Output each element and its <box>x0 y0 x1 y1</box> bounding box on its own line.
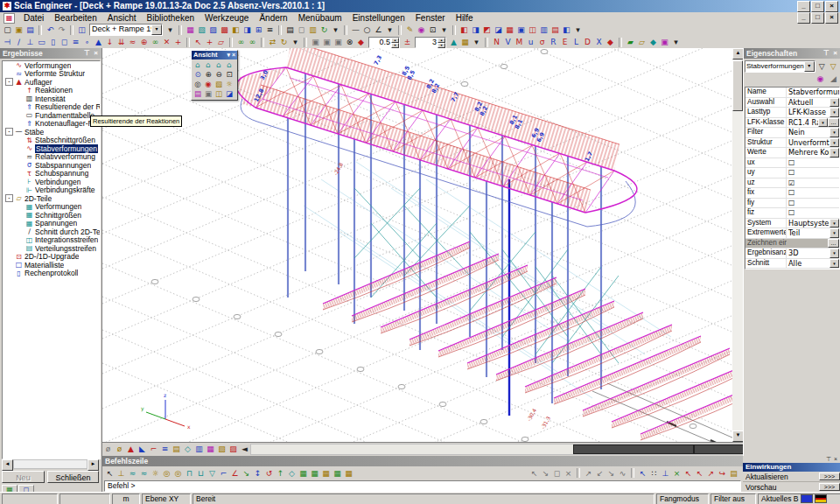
new-project-icon[interactable]: ▢ <box>2 24 13 35</box>
view-axonometric-icon[interactable]: ⌂ <box>192 60 203 70</box>
expand-toggle-icon[interactable]: - <box>5 128 13 136</box>
regenerate-icon[interactable]: ↻ <box>318 24 330 35</box>
property-row[interactable]: fix ☐ <box>746 188 839 199</box>
dropdown-arrow-icon[interactable]: ▾ <box>830 219 839 228</box>
property-row[interactable]: Schnitt Alle ▾ <box>746 259 839 270</box>
action-run-button[interactable]: >>> <box>819 472 840 480</box>
menu-item[interactable]: Menübaum <box>293 12 347 24</box>
select-inverse-icon[interactable]: ↙ <box>594 468 606 479</box>
view-y-direction-icon[interactable]: ⌂ <box>214 60 224 70</box>
tree-item[interactable]: ◫ Integrationsstreifen <box>3 236 100 245</box>
supports-display-icon[interactable]: ▲ <box>125 444 136 454</box>
more-dropdown-icon[interactable]: ▾ <box>290 37 301 47</box>
render-settings-icon[interactable]: ◪ <box>224 89 234 99</box>
dropdown-arrow-icon[interactable]: ▾ <box>830 228 839 238</box>
open-project-icon[interactable]: ▣ <box>13 24 24 35</box>
loads-display-icon[interactable]: ◣ <box>136 444 148 454</box>
deformation-scale-icon[interactable]: ± <box>402 37 413 47</box>
cross-link-icon[interactable]: ∞ <box>150 37 161 47</box>
save-icon[interactable]: ▤ <box>24 24 36 35</box>
walk-through-icon[interactable]: ⊙ <box>192 70 203 80</box>
menu-item[interactable]: Fenster <box>410 12 451 24</box>
tree-item[interactable]: ▯ Rechenprotokoll <box>3 270 100 278</box>
property-row[interactable]: uy ☐ <box>746 168 839 178</box>
snap-intersection-icon[interactable]: × <box>671 468 682 479</box>
profile-command-icon[interactable]: ⊓ <box>184 468 195 479</box>
activity-display-icon[interactable]: ▨ <box>228 444 239 454</box>
tree-item[interactable]: ≂ Relativverformung <box>3 153 100 162</box>
menu-item[interactable]: Hilfe <box>451 12 479 24</box>
circle-command-icon[interactable]: ◎ <box>161 468 172 479</box>
property-set-combobox[interactable]: Stabverformungen ▾ <box>745 60 816 73</box>
support-icon[interactable]: ▲ <box>93 37 104 47</box>
zoom-window-icon[interactable]: ⊡ <box>224 70 234 80</box>
tree-item[interactable]: ▤ Verteilungsstreifen <box>3 244 100 253</box>
scroll-left-icon[interactable]: ◄ <box>2 459 13 471</box>
results-extremes-icon[interactable]: X <box>593 37 605 47</box>
close-icon[interactable]: × <box>831 48 839 59</box>
property-row[interactable]: Werte Mehrere Komponenten ▾ <box>746 148 839 158</box>
deformation-scale-stepper[interactable]: 0.5 ▴▾ <box>368 37 400 48</box>
model-viewport[interactable]: 3,012,87,38,58,58,28,27,78,28,28,18,16,9… <box>102 48 732 442</box>
close-button[interactable]: × <box>825 1 838 12</box>
more-dropdown-icon[interactable]: ▾ <box>330 24 341 35</box>
tree-item[interactable]: σ Stabspannungen <box>3 161 100 170</box>
zoom-all-icon[interactable]: ◎ <box>192 80 203 89</box>
view-x-direction-icon[interactable]: ⌂ <box>203 60 214 70</box>
dropdown-arrow-icon[interactable]: ▾ <box>830 259 839 269</box>
property-row[interactable]: fiz ☐ <box>746 208 839 219</box>
command-input[interactable]: Befehl > <box>104 480 741 492</box>
3d-model-canvas[interactable]: 3,012,87,38,58,58,28,27,78,28,28,18,16,9… <box>102 48 732 442</box>
command-panel-header[interactable]: Befehlszeile <box>102 456 743 466</box>
delete-icon[interactable]: ✕ <box>161 37 172 47</box>
property-value[interactable]: Hauptsystem <box>787 219 830 228</box>
doc-restore-button[interactable]: □ <box>811 12 824 24</box>
diamond-command-icon[interactable]: ◇ <box>286 468 298 479</box>
edit-icon[interactable]: ✎ <box>404 24 416 35</box>
zoom-selection-icon[interactable]: ◉ <box>203 80 214 89</box>
tree-item[interactable]: ▭ Fundamenttabelle <box>3 111 100 120</box>
scrollbar-thumb[interactable] <box>732 60 743 111</box>
view-z-direction-icon[interactable]: ⌂ <box>224 60 234 70</box>
circle-tool-icon[interactable]: ○ <box>361 24 373 35</box>
dropdown-arrow-icon[interactable]: ▾ <box>830 98 839 108</box>
property-row[interactable]: fiy ☐ <box>746 199 839 209</box>
property-value[interactable]: Stabverformungen <box>787 88 839 97</box>
ellipsis-button[interactable]: ... <box>828 239 839 248</box>
tree-item[interactable]: - ▲ Auflager <box>3 78 100 87</box>
snap-endpoint-icon[interactable]: ↖ <box>682 468 694 479</box>
view-settings-icon[interactable]: ◫ <box>214 89 224 99</box>
menu-item[interactable]: Bearbeiten <box>49 12 102 24</box>
snap-center-icon[interactable]: ↗ <box>705 468 717 479</box>
property-value[interactable]: Mehrere Komponenten <box>787 148 830 158</box>
wireframe-toggle-icon[interactable]: ø <box>102 444 114 454</box>
moment-load-icon[interactable]: ⊕ <box>138 37 150 47</box>
dropdown-arrow-icon[interactable]: ▾ <box>830 248 839 258</box>
status-work-plane[interactable]: Ebene XY <box>142 494 191 504</box>
print-preview-icon[interactable]: ◻ <box>296 24 307 35</box>
clipboard-icon[interactable]: ⊡ <box>427 24 438 35</box>
scroll-left-icon[interactable]: ◄ <box>239 444 250 454</box>
preview-icon[interactable]: ◢ <box>828 74 839 84</box>
snap-cursor-icon[interactable]: ↖ <box>637 468 648 479</box>
property-value[interactable]: ☐ <box>787 158 839 168</box>
table-summary-icon[interactable]: ▦ <box>343 468 354 479</box>
scrollbar-thumb[interactable] <box>573 444 694 454</box>
tree-item[interactable]: ⇑ Knotenauflager-Result <box>3 120 100 129</box>
close-icon[interactable]: × <box>834 456 837 463</box>
surface-load-command-icon[interactable]: ≈ <box>138 468 150 479</box>
redo-icon[interactable]: ↷ <box>56 24 67 35</box>
menu-item[interactable]: Bibliotheken <box>142 12 200 24</box>
pin-icon[interactable]: ⊤ <box>826 456 831 463</box>
doc-minimize-button[interactable]: _ <box>797 12 810 24</box>
chevron-down-icon[interactable]: ▾ <box>151 24 162 35</box>
results-diagram-icon[interactable]: D <box>582 37 593 47</box>
snap-grid-icon[interactable]: ∷ <box>648 468 660 479</box>
property-row[interactable]: LFK-Klasse RC1.4 Rampe ▾ ... <box>746 118 839 129</box>
north-command-icon[interactable]: ↑ <box>275 468 286 479</box>
menu-item[interactable]: Datei <box>18 12 49 24</box>
expand-toggle-icon[interactable]: - <box>5 194 13 202</box>
more-dropdown-icon[interactable]: ▾ <box>471 37 482 47</box>
combinations-icon[interactable]: ▧ <box>196 24 207 35</box>
results-normal-force-icon[interactable]: N <box>491 37 502 47</box>
